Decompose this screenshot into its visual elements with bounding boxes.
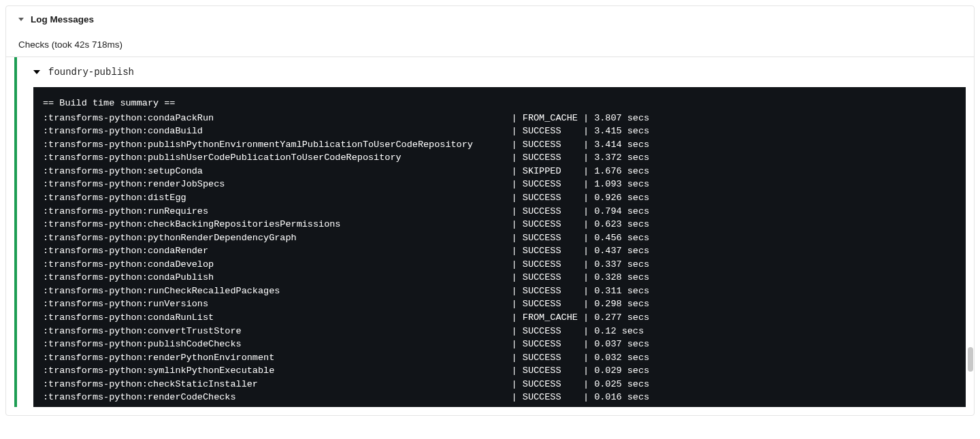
terminal-row: :transforms-python:checkBackingRepositor… <box>43 218 956 231</box>
terminal-row: :transforms-python:renderCodeChecks | SU… <box>43 391 956 404</box>
terminal-row: :transforms-python:checkStaticInstaller … <box>43 378 956 391</box>
terminal-header: == Build time summary == <box>43 97 956 110</box>
log-messages-panel: Log Messages Checks (took 42s 718ms) fou… <box>5 5 975 416</box>
content-area: foundry-publish == Build time summary ==… <box>6 57 974 415</box>
terminal-row: :transforms-python:condaBuild | SUCCESS … <box>43 125 956 138</box>
terminal-row: :transforms-python:renderPythonEnvironme… <box>43 351 956 365</box>
terminal-row: :transforms-python:publishPythonEnvironm… <box>43 138 956 152</box>
terminal-row: :transforms-python:condaRunList | FROM_C… <box>43 311 956 325</box>
terminal-row: :transforms-python:condaDevelop | SUCCES… <box>43 258 956 272</box>
terminal-row: :transforms-python:publishCodeChecks | S… <box>43 338 956 351</box>
section-title: foundry-publish <box>48 67 134 78</box>
terminal-row: :transforms-python:runCheckRecalledPacka… <box>43 284 956 298</box>
panel-header[interactable]: Log Messages <box>6 6 974 33</box>
terminal-row: :transforms-python:runRequires | SUCCESS… <box>43 205 956 218</box>
terminal-row: :transforms-python:setupConda | SKIPPED … <box>43 165 956 178</box>
panel-title: Log Messages <box>31 14 94 25</box>
collapse-icon[interactable] <box>33 70 40 74</box>
terminal-row: :transforms-python:symlinkPythonExecutab… <box>43 364 956 378</box>
terminal-row: :transforms-python:publishUserCodePublic… <box>43 151 956 165</box>
accent-block: foundry-publish == Build time summary ==… <box>14 57 966 407</box>
collapse-icon[interactable] <box>18 18 24 21</box>
terminal-row: :transforms-python:condaRender | SUCCESS… <box>43 244 956 258</box>
terminal-row: :transforms-python:convertTrustStore | S… <box>43 325 956 338</box>
terminal-row: :transforms-python:runVersions | SUCCESS… <box>43 297 956 311</box>
checks-summary: Checks (took 42s 718ms) <box>6 33 974 57</box>
section-header[interactable]: foundry-publish <box>33 67 966 78</box>
terminal-row: :transforms-python:condaPublish | SUCCES… <box>43 271 956 284</box>
terminal-output[interactable]: == Build time summary == :transforms-pyt… <box>33 87 966 407</box>
scrollbar-thumb[interactable] <box>968 347 973 372</box>
terminal-row: :transforms-python:renderJobSpecs | SUCC… <box>43 178 956 191</box>
terminal-row: :transforms-python:condaPackRun | FROM_C… <box>43 112 956 125</box>
terminal-row: :transforms-python:pythonRenderDependenc… <box>43 231 956 245</box>
terminal-row: :transforms-python:distEgg | SUCCESS | 0… <box>43 191 956 205</box>
